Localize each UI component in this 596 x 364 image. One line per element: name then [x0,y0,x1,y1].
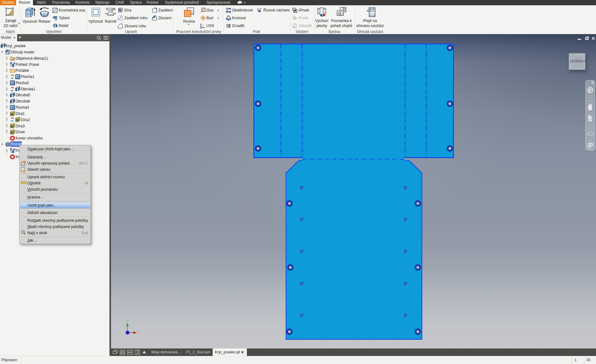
svg-text:X: X [137,331,140,334]
svg-text:Y: Y [127,320,129,323]
svg-text:1: 1 [338,11,339,15]
svg-text:2: 2 [341,9,343,12]
svg-text:3: 3 [344,7,345,11]
svg-text:i: i [293,8,294,11]
